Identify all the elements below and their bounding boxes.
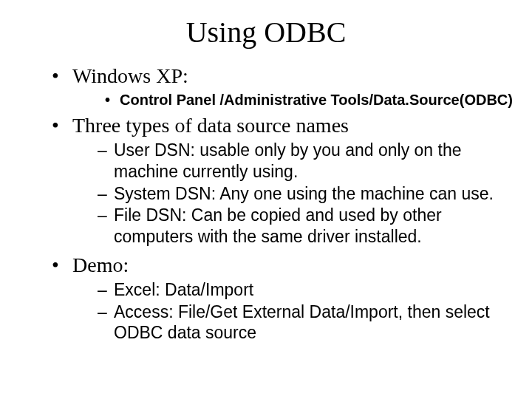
sub-list-item: System DSN: Any one using the machine ca… [98, 183, 502, 205]
list-item-label: Three types of data source names [72, 114, 349, 137]
list-item-label: Windows XP: [72, 64, 188, 87]
list-item: Windows XP: Control Panel /Administrativ… [52, 63, 532, 109]
sub-list: User DSN: usable only by you and only on… [72, 140, 502, 248]
slide-title: Using ODBC [0, 0, 532, 63]
sub-list-item: Access: File/Get External Data/Import, t… [98, 301, 502, 344]
sub-list: Excel: Data/Import Access: File/Get Exte… [72, 279, 502, 344]
list-item: Demo: Excel: Data/Import Access: File/Ge… [52, 252, 532, 344]
sub-list-item: User DSN: usable only by you and only on… [98, 140, 502, 183]
sub-list-item: File DSN: Can be copied and used by othe… [98, 205, 502, 248]
sub-list-item: Excel: Data/Import [98, 279, 502, 301]
sub-list-item: Control Panel /Administrative Tools/Data… [105, 90, 532, 109]
sub-list: Control Panel /Administrative Tools/Data… [72, 90, 532, 109]
bullet-list: Windows XP: Control Panel /Administrativ… [0, 63, 532, 344]
list-item-label: Demo: [72, 253, 129, 276]
list-item: Three types of data source names User DS… [52, 112, 532, 248]
slide: Using ODBC Windows XP: Control Panel /Ad… [0, 0, 532, 399]
